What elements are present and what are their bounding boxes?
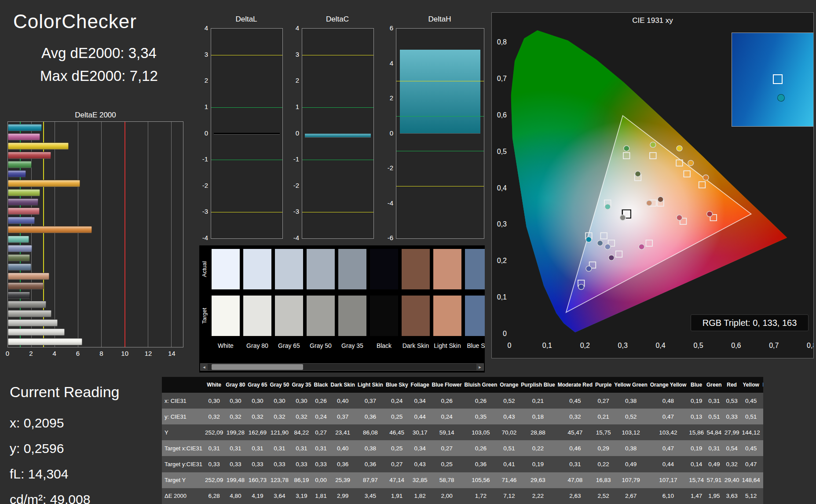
swatch-actual-blue-sky[interactable] [465, 249, 485, 289]
y-tick-label: 0 [287, 129, 299, 137]
delta-c-chart: DeltaC 43210-1-2-3-4 [287, 15, 388, 244]
column-header-purplish-blue: Purplish Blue [520, 377, 556, 393]
table-cell: 70,02 [498, 424, 520, 440]
y-tick-label: 6 [381, 24, 393, 32]
delta-e-bar-bluish-green[interactable] [8, 236, 29, 243]
swatch-name: Dark Skin [402, 342, 430, 351]
swatch-name: Gray 80 [243, 342, 271, 351]
table-cell: 0,19 [688, 440, 705, 456]
scrollbar-thumb[interactable] [212, 364, 303, 370]
table-cell: 47,14 [384, 472, 410, 488]
avg-de2000-label: Avg dE2000: 3,34 [13, 45, 185, 62]
delta-e-bar-row [8, 141, 183, 150]
delta-e-bar-black[interactable] [8, 292, 30, 299]
delta-e-bar-blue[interactable] [8, 170, 26, 177]
swatch-target-gray-80[interactable] [243, 296, 271, 336]
table-cell: 0,51 [741, 409, 761, 424]
delta-e-bar-green[interactable] [8, 161, 32, 168]
delta-e-bar-moderate-red[interactable] [8, 208, 40, 215]
swatch-actual-gray-35[interactable] [338, 249, 366, 289]
table-cell: 0,47 [649, 409, 688, 424]
table-cell: 0,30 [204, 393, 224, 409]
table-cell: 0,27 [594, 393, 613, 409]
table-cell: 0,26 [463, 440, 499, 456]
swatch-actual-black[interactable] [370, 249, 398, 289]
swatch-target-dark-skin[interactable] [402, 296, 430, 336]
cie-measured-orange [703, 175, 709, 180]
table-cell: 105,56 [463, 472, 499, 488]
delta-e-bar-dark-skin[interactable] [8, 282, 44, 289]
scroll-right-arrow-icon[interactable]: ► [476, 364, 483, 370]
swatch-target-gray-65[interactable] [275, 296, 303, 336]
swatch-actual-gray-65[interactable] [275, 249, 303, 289]
table-cell: 0,51 [705, 409, 723, 424]
swatch-target-gray-50[interactable] [307, 296, 335, 336]
delta-e-bar-foliage[interactable] [8, 254, 30, 261]
swatch-actual-light-skin[interactable] [433, 249, 461, 289]
delta-e-bar-yellow[interactable] [8, 142, 69, 150]
y-tick-label: 0 [196, 129, 208, 137]
delta-c-title: DeltaC [302, 15, 373, 24]
delta-e-bar-red[interactable] [8, 152, 51, 159]
table-cell: 0,32 [290, 409, 312, 424]
delta-e-bar-orange-yellow[interactable] [8, 180, 80, 187]
column-header-white: White [204, 377, 224, 393]
table-cell: 0,32 [723, 456, 741, 472]
delta-e-bar-purple[interactable] [8, 198, 38, 205]
current-reading-title: Current Reading [10, 383, 159, 401]
table-cell: 0,29 [594, 440, 613, 456]
delta-e-bar-yellow-green[interactable] [8, 189, 40, 196]
row-label: x: CIE31 [162, 393, 204, 409]
delta-e-bar-cyan[interactable] [8, 124, 42, 131]
column-header-blue-flower: Blue Flower [431, 377, 463, 393]
delta-e-bar-blue-flower[interactable] [8, 245, 32, 252]
table-cell: 160,73 [246, 472, 268, 488]
delta-e-bar-orange[interactable] [8, 226, 92, 233]
table-cell: 0,24 [431, 409, 463, 424]
delta-e-plot [7, 121, 183, 347]
y-tick-label: 2 [196, 77, 208, 84]
swatch-target-light-skin[interactable] [433, 296, 461, 336]
delta-e-bar-purplish-blue[interactable] [8, 217, 35, 224]
swatch-actual-gray-50[interactable] [307, 249, 335, 289]
delta-e-bar-gray-50[interactable] [8, 310, 51, 317]
delta-e-bar-gray-65[interactable] [8, 319, 58, 326]
delta-e-bar-row [8, 188, 183, 197]
table-cell: 3,45 [356, 488, 384, 504]
swatch-actual-dark-skin[interactable] [402, 249, 430, 289]
y-tick-label: 0 [492, 330, 507, 338]
delta-e-bar-blue-sky[interactable] [8, 263, 31, 270]
column-header-black: Black [312, 377, 329, 393]
delta-e-bar-white[interactable] [8, 338, 82, 345]
row-label: ΔE 2000 [162, 488, 204, 504]
swatch-target-blue-sky[interactable] [465, 296, 485, 336]
delta-e-bar-light-skin[interactable] [8, 273, 49, 280]
current-reading-y: y: 0,2596 [10, 436, 159, 461]
table-cell: 0,26 [463, 393, 499, 409]
y-tick-label: -3 [196, 208, 208, 215]
swatch-target-black[interactable] [370, 296, 398, 336]
y-tick-label: -1 [287, 155, 299, 163]
swatch-target-gray-35[interactable] [338, 296, 366, 336]
table-cell: 0,40 [329, 440, 356, 456]
table-cell: 148,64 [741, 472, 761, 488]
column-header-orange: Orange [498, 377, 520, 393]
y-tick-label: 0,2 [492, 257, 507, 265]
column-header-moderate-red: Moderate Red [556, 377, 594, 393]
delta-e-bar-gray-35[interactable] [8, 301, 46, 308]
patch-strip-scrollbar[interactable]: ◄ ► [200, 363, 484, 371]
scroll-left-arrow-icon[interactable]: ◄ [201, 364, 208, 370]
delta-h-plot [396, 28, 484, 239]
delta-bar [305, 134, 370, 138]
swatch-actual-gray-80[interactable] [243, 249, 271, 289]
table-cell: 0,33 [290, 456, 312, 472]
table-cell: 0,33 [723, 409, 741, 424]
delta-e-bar-magenta[interactable] [8, 133, 40, 140]
scrollbar-track[interactable] [208, 364, 476, 370]
table-cell: 0,52 [613, 409, 648, 424]
cie-measured-yellow-green [650, 142, 656, 147]
delta-e-bar-gray-80[interactable] [8, 329, 65, 336]
swatch-target-white[interactable] [212, 296, 240, 336]
swatch-actual-white[interactable] [212, 249, 240, 289]
table-cell: 0,27 [384, 456, 410, 472]
